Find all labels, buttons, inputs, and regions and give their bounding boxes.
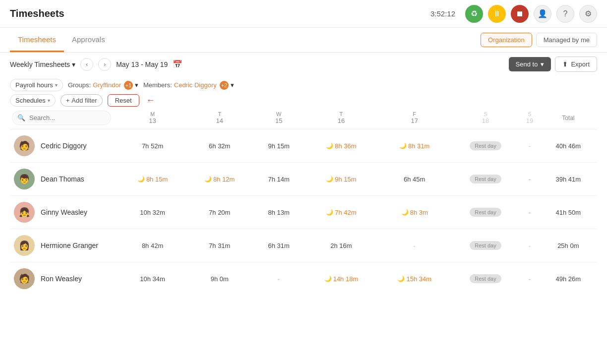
timesheet-table-wrap: 🔍 M 13 T 14 W 15 T 16	[0, 107, 607, 348]
employee-name-cell: 👦 Dean Thomas	[10, 163, 119, 196]
day-cell[interactable]: 7h 31m	[186, 229, 253, 262]
managed-by-me-button[interactable]: Managed by me	[536, 33, 597, 47]
day-cell[interactable]: 🌙8h 31m	[378, 129, 451, 163]
day-cell[interactable]: 🌙14h 18m	[304, 262, 378, 296]
day-cell[interactable]: 🌙8h 36m	[304, 129, 378, 163]
rest-day-badge: Rest day	[470, 241, 501, 250]
col-thu: T 16	[304, 107, 378, 129]
day-cell[interactable]: 9h 15m	[253, 129, 304, 163]
day-cell[interactable]: Rest day	[451, 229, 520, 262]
day-cell[interactable]: 6h 45m	[378, 163, 451, 196]
day-cell[interactable]: 7h 14m	[253, 163, 304, 196]
timesheet-table: 🔍 M 13 T 14 W 15 T 16	[10, 107, 597, 295]
day-cell[interactable]: 9h 0m	[186, 262, 253, 296]
schedules-filter[interactable]: Schedules ▾	[10, 94, 56, 107]
dash: -	[529, 242, 531, 249]
day-cell[interactable]: 8h 42m	[119, 229, 186, 262]
dash: -	[414, 242, 416, 249]
col-total: Total	[540, 107, 597, 129]
table-row: 👧 Ginny Weasley 10h 32m7h 20m8h 13m🌙7h 4…	[10, 196, 597, 229]
person-cell: 🧑 Cedric Diggory	[14, 131, 115, 160]
send-to-chevron-icon: ▾	[541, 61, 544, 68]
help-icon-btn[interactable]: ?	[556, 5, 574, 23]
avatar: 👧	[14, 202, 35, 223]
day-cell[interactable]: 🌙8h 12m	[186, 163, 253, 196]
day-cell[interactable]: -	[520, 262, 539, 296]
tab-approvals[interactable]: Approvals	[64, 28, 113, 52]
avatar: 🧑	[14, 135, 35, 156]
search-input[interactable]	[29, 114, 109, 121]
employee-name: Dean Thomas	[41, 175, 84, 183]
overtime-hours: 🌙8h 15m	[123, 176, 182, 183]
filter-row-top: Payroll hours ▾ Groups: Gryffindor +1 ▾ …	[10, 79, 597, 91]
overtime-hours: 🌙9h 15m	[308, 176, 374, 183]
day-cell[interactable]: 🌙8h 3m	[378, 196, 451, 229]
payroll-hours-filter[interactable]: Payroll hours ▾	[10, 79, 63, 91]
tab-timesheets[interactable]: Timesheets	[10, 28, 64, 52]
day-cell[interactable]: 10h 34m	[119, 262, 186, 296]
members-value[interactable]: Cedric Diggory	[174, 81, 217, 89]
day-cell[interactable]: -	[520, 129, 539, 163]
day-cell[interactable]: 6h 31m	[253, 229, 304, 262]
thu-letter: T	[306, 111, 376, 117]
day-cell[interactable]: -	[253, 262, 304, 296]
day-cell[interactable]: -	[520, 196, 539, 229]
day-cell[interactable]: Rest day	[451, 163, 520, 196]
controls-row: Weekly Timesheets ▾ ‹ › May 13 - May 19 …	[0, 53, 607, 74]
mon-num: 13	[121, 117, 184, 124]
export-icon: ⬆	[562, 61, 568, 68]
day-cell[interactable]: 10h 32m	[119, 196, 186, 229]
members-chevron-icon[interactable]: ▾	[231, 81, 234, 89]
day-cell[interactable]: -	[520, 163, 539, 196]
day-cell[interactable]: 🌙15h 34m	[378, 262, 451, 296]
day-cell[interactable]: 7h 52m	[119, 129, 186, 163]
search-bar[interactable]: 🔍	[12, 111, 111, 125]
pause-icon-btn[interactable]: ⏸	[488, 5, 506, 23]
dash: -	[529, 209, 531, 216]
calendar-icon[interactable]: 📅	[173, 60, 182, 69]
day-cell[interactable]: -	[520, 229, 539, 262]
groups-value[interactable]: Gryffindor	[93, 81, 121, 89]
employee-name-cell: 🧑 Cedric Diggory	[10, 129, 119, 163]
day-cell[interactable]: 🌙7h 42m	[304, 196, 378, 229]
day-cell[interactable]: Rest day	[451, 196, 520, 229]
reset-button[interactable]: Reset	[108, 94, 139, 107]
employee-name-cell: 👧 Ginny Weasley	[10, 196, 119, 229]
overtime-hours: 🌙8h 31m	[382, 142, 447, 150]
tabs: Timesheets Approvals	[10, 28, 113, 52]
day-cell[interactable]: 2h 16m	[304, 229, 378, 262]
dash: -	[529, 142, 531, 150]
total-cell: 49h 26m	[540, 262, 597, 296]
prev-period-button[interactable]: ‹	[80, 58, 93, 71]
day-cell[interactable]: 7h 20m	[186, 196, 253, 229]
timesheet-type[interactable]: Weekly Timesheets ▾	[10, 61, 75, 68]
day-cell[interactable]: 🌙9h 15m	[304, 163, 378, 196]
day-cell[interactable]: Rest day	[451, 262, 520, 296]
send-to-button[interactable]: Send to ▾	[509, 57, 551, 71]
next-period-button[interactable]: ›	[98, 58, 111, 71]
day-cell[interactable]: 🌙8h 15m	[119, 163, 186, 196]
overtime-hours: 🌙8h 12m	[190, 176, 249, 183]
plus-icon: +	[66, 97, 70, 104]
stop-icon-btn[interactable]: ⏹	[511, 5, 529, 23]
day-cell[interactable]: -	[378, 229, 451, 262]
col-sat: S 18	[451, 107, 520, 129]
dash: -	[529, 275, 531, 283]
groups-chevron-icon[interactable]: ▾	[135, 81, 138, 89]
fri-letter: F	[380, 111, 449, 117]
user-icon-btn[interactable]: 👤	[534, 5, 551, 23]
top-bar: Timesheets 3:52:12 ♻ ⏸ ⏹ 👤 ? ⚙	[0, 0, 607, 28]
table-row: 🧑 Ron Weasley 10h 34m9h 0m-🌙14h 18m🌙15h …	[10, 262, 597, 296]
day-cell[interactable]: 6h 32m	[186, 129, 253, 163]
activity-icon-btn[interactable]: ♻	[465, 5, 483, 23]
day-cell[interactable]: Rest day	[451, 129, 520, 163]
export-button[interactable]: ⬆ Export	[555, 57, 597, 72]
organization-button[interactable]: Organization	[481, 33, 532, 47]
person-cell: 👦 Dean Thomas	[14, 165, 115, 193]
overtime-hours: 🌙15h 34m	[382, 275, 447, 283]
rest-day-badge: Rest day	[470, 175, 501, 183]
day-cell[interactable]: 8h 13m	[253, 196, 304, 229]
total-cell: 25h 0m	[540, 229, 597, 262]
settings-icon-btn[interactable]: ⚙	[579, 5, 597, 23]
add-filter-button[interactable]: + Add filter	[61, 94, 103, 107]
